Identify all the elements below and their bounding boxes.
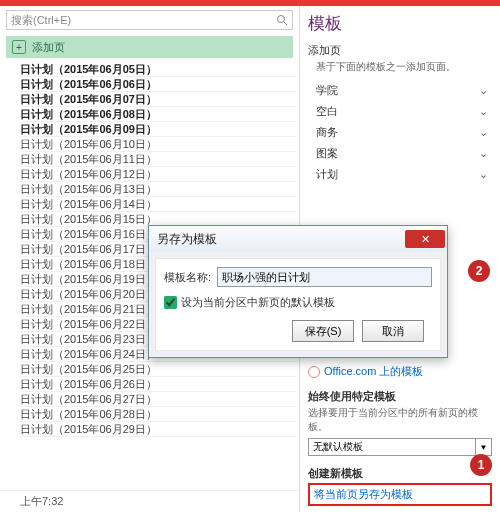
template-category[interactable]: 商务⌄	[308, 122, 492, 143]
list-item[interactable]: 日计划（2015年06月14日）	[20, 197, 297, 212]
category-label: 商务	[316, 125, 338, 140]
list-item[interactable]: 日计划（2015年06月08日）	[20, 107, 297, 122]
search-icon	[276, 14, 288, 26]
category-label: 计划	[316, 167, 338, 182]
list-item[interactable]: 日计划（2015年06月25日）	[20, 362, 297, 377]
always-template-hint: 选择要用于当前分区中的所有新页的模板。	[308, 406, 492, 434]
chevron-down-icon: ⌄	[479, 126, 488, 139]
svg-point-0	[278, 16, 285, 23]
default-template-combo[interactable]: 无默认模板 ▼	[308, 438, 492, 456]
chevron-down-icon: ⌄	[479, 84, 488, 97]
category-label: 学院	[316, 83, 338, 98]
office-templates-link[interactable]: Office.com 上的模板	[308, 364, 492, 379]
list-item[interactable]: 日计划（2015年06月11日）	[20, 152, 297, 167]
default-template-checkbox[interactable]	[164, 296, 177, 309]
create-template-heading: 创建新模板	[308, 466, 492, 481]
list-item[interactable]: 日计划（2015年06月27日）	[20, 392, 297, 407]
list-item[interactable]: 日计划（2015年06月12日）	[20, 167, 297, 182]
status-time: 上午7:32	[0, 490, 299, 512]
template-name-label: 模板名称:	[164, 270, 211, 285]
panel-desc: 基于下面的模板之一添加页面。	[316, 60, 492, 74]
list-item[interactable]: 日计划（2015年06月26日）	[20, 377, 297, 392]
search-input[interactable]: 搜索(Ctrl+E)	[6, 10, 293, 30]
list-item[interactable]: 日计划（2015年06月13日）	[20, 182, 297, 197]
save-button[interactable]: 保存(S)	[292, 320, 354, 342]
plus-icon: +	[12, 40, 26, 54]
add-page-label: 添加页	[32, 40, 65, 55]
list-item[interactable]: 日计划（2015年06月29日）	[20, 422, 297, 437]
template-category[interactable]: 图案⌄	[308, 143, 492, 164]
office-icon	[308, 366, 320, 378]
chevron-down-icon: ⌄	[479, 147, 488, 160]
save-as-template-highlight: 将当前页另存为模板	[308, 483, 492, 506]
always-template-heading: 始终使用特定模板	[308, 389, 492, 404]
annotation-callout-1: 1	[470, 454, 492, 476]
template-category[interactable]: 学院⌄	[308, 80, 492, 101]
office-link-text: Office.com 上的模板	[324, 364, 423, 379]
chevron-down-icon: ⌄	[479, 105, 488, 118]
dialog-title: 另存为模板	[157, 231, 217, 248]
template-category[interactable]: 空白⌄	[308, 101, 492, 122]
chevron-down-icon: ⌄	[479, 168, 488, 181]
category-label: 图案	[316, 146, 338, 161]
svg-line-1	[284, 22, 287, 25]
panel-title: 模板	[308, 12, 492, 35]
search-placeholder: 搜索(Ctrl+E)	[11, 13, 71, 28]
close-button[interactable]: ✕	[405, 230, 445, 248]
annotation-callout-2: 2	[468, 260, 490, 282]
list-item[interactable]: 日计划（2015年06月05日）	[20, 62, 297, 77]
combo-value: 无默认模板	[308, 438, 476, 456]
category-label: 空白	[316, 104, 338, 119]
cancel-button[interactable]: 取消	[362, 320, 424, 342]
list-item[interactable]: 日计划（2015年06月28日）	[20, 407, 297, 422]
default-template-checkbox-label: 设为当前分区中新页的默认模板	[181, 295, 335, 310]
template-name-input[interactable]	[217, 267, 432, 287]
save-as-template-link[interactable]: 将当前页另存为模板	[314, 488, 413, 500]
add-page-button[interactable]: + 添加页	[6, 36, 293, 58]
list-item[interactable]: 日计划（2015年06月09日）	[20, 122, 297, 137]
close-icon: ✕	[421, 233, 430, 246]
save-as-template-dialog: 另存为模板 ✕ 模板名称: 设为当前分区中新页的默认模板 保存(S) 取消	[148, 225, 448, 358]
panel-addpage-heading: 添加页	[308, 43, 492, 58]
template-category[interactable]: 计划⌄	[308, 164, 492, 185]
list-item[interactable]: 日计划（2015年06月10日）	[20, 137, 297, 152]
list-item[interactable]: 日计划（2015年06月06日）	[20, 77, 297, 92]
list-item[interactable]: 日计划（2015年06月07日）	[20, 92, 297, 107]
dialog-titlebar[interactable]: 另存为模板 ✕	[149, 226, 447, 252]
